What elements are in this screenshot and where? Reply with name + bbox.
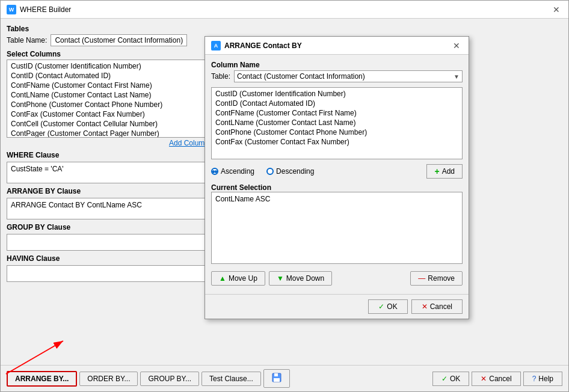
dialog-column-item[interactable]: ContPhone (Customer Contact Phone Number…: [214, 127, 460, 137]
dialog-column-item[interactable]: CustID (Customer Identification Number): [214, 89, 460, 99]
dialog-ok-label: OK: [387, 302, 397, 311]
cancel-x-icon: ✕: [481, 375, 487, 383]
where-clause-section: WHERE Clause CustState = 'CA': [7, 151, 211, 183]
current-selection-box[interactable]: ContLName ASC: [211, 192, 463, 264]
descending-radio[interactable]: [266, 168, 274, 175]
window-title: WHERE Builder: [20, 5, 71, 14]
columns-list[interactable]: CustID (Customer Identification Number)C…: [7, 60, 211, 138]
move-up-button[interactable]: ▲ Move Up: [211, 271, 265, 286]
dialog-ok-check-icon: ✓: [378, 302, 384, 311]
move-up-label: Move Up: [229, 274, 257, 283]
dialog-table-label: Table:: [211, 72, 230, 81]
order-by-button[interactable]: ORDER BY...: [79, 372, 138, 386]
test-clause-button[interactable]: Test Clause...: [201, 372, 261, 386]
descending-radio-label[interactable]: Descending: [266, 167, 314, 176]
current-selection-value: ContLName ASC: [215, 195, 458, 203]
remove-button[interactable]: — Remove: [410, 271, 463, 286]
having-clause-label: HAVING Clause: [7, 254, 211, 263]
dialog-footer: ✓ OK ✕ Cancel: [205, 294, 469, 319]
arrange-by-button[interactable]: ARRANGE BY...: [7, 371, 77, 387]
having-clause-box[interactable]: [7, 265, 211, 282]
select-columns-label: Select Columns: [7, 50, 211, 58]
arrange-by-section: ARRANGE BY Clause ARRANGE Contact BY Con…: [7, 187, 211, 219]
arrange-by-box[interactable]: ARRANGE Contact BY ContLName ASC: [7, 198, 211, 219]
move-down-button[interactable]: ▼ Move Down: [269, 271, 332, 286]
tables-label: Tables: [7, 25, 562, 33]
descending-label: Descending: [276, 167, 314, 176]
dialog-column-item[interactable]: ContFName (Customer Contact First Name): [214, 108, 460, 118]
dialog-icon: A: [211, 41, 221, 51]
where-clause-box[interactable]: CustState = 'CA': [7, 162, 211, 183]
remove-icon: —: [418, 274, 425, 283]
svg-rect-1: [274, 373, 278, 376]
group-by-label: GROUP BY Clause: [7, 223, 211, 231]
test-clause-label: Test Clause...: [209, 375, 253, 383]
select-columns-section: Select Columns CustID (Customer Identifi…: [7, 50, 211, 147]
main-titlebar: W WHERE Builder ✕: [1, 1, 568, 19]
column-item[interactable]: ContID (Contact Automated ID): [10, 71, 208, 81]
main-ok-label: OK: [450, 375, 460, 383]
ascending-radio-label[interactable]: Ascending: [211, 167, 254, 176]
main-cancel-label: Cancel: [489, 375, 511, 383]
dialog-column-item[interactable]: ContLName (Customer Contact Last Name): [214, 118, 460, 127]
column-item[interactable]: ContFName (Customer Contact First Name): [10, 81, 208, 90]
dialog-ok-button[interactable]: ✓ OK: [368, 299, 407, 314]
table-name-display: Contact (Customer Contact Information): [51, 34, 187, 46]
group-by-box[interactable]: [7, 234, 211, 251]
dialog-close-button[interactable]: ✕: [451, 40, 463, 52]
column-name-label: Column Name: [211, 61, 463, 69]
move-up-icon: ▲: [219, 274, 226, 283]
dialog-body: Column Name Table: Contact (Customer Con…: [205, 55, 469, 294]
main-help-label: Help: [538, 375, 553, 383]
column-item[interactable]: CustID (Customer Identification Number): [10, 61, 208, 71]
dialog-column-item[interactable]: ContID (Contact Automated ID): [214, 99, 460, 108]
dialog-cancel-label: Cancel: [430, 302, 452, 311]
where-clause-label: WHERE Clause: [7, 151, 211, 159]
save-button[interactable]: [263, 369, 290, 388]
add-plus-icon: +: [434, 167, 439, 176]
main-left-panel: Select Columns CustID (Customer Identifi…: [7, 50, 211, 359]
main-help-button[interactable]: ? Help: [523, 372, 562, 386]
column-name-section: Column Name Table: Contact (Customer Con…: [211, 61, 463, 82]
add-button[interactable]: + Add: [426, 164, 463, 179]
dialog-column-item[interactable]: ContFax (Customer Contact Fax Number): [214, 137, 460, 147]
group-by-section: GROUP BY Clause: [7, 223, 211, 251]
add-column-link[interactable]: Add Column: [7, 139, 211, 147]
dialog-title: ARRANGE Contact BY: [224, 41, 302, 50]
column-item[interactable]: ContFax (Customer Contact Fax Number): [10, 109, 208, 119]
current-selection-label: Current Selection: [211, 183, 463, 192]
table-name-label: Table Name:: [7, 36, 47, 44]
move-down-icon: ▼: [277, 274, 284, 283]
column-item[interactable]: ContPager (Customer Contact Pager Number…: [10, 129, 208, 138]
main-close-button[interactable]: ✕: [550, 4, 562, 16]
current-selection-section: Current Selection ContLName ASC: [211, 183, 463, 264]
dropdown-arrow-icon: ▼: [454, 73, 460, 80]
sort-order-row: Ascending Descending + Add: [211, 164, 463, 179]
window-icon: W: [7, 5, 16, 14]
dialog-title-left: A ARRANGE Contact BY: [211, 41, 302, 51]
table-select-row: Table: Contact (Customer Contact Informa…: [211, 70, 463, 82]
column-item[interactable]: ContPhone (Customer Contact Phone Number…: [10, 100, 208, 109]
ascending-radio[interactable]: [211, 168, 218, 175]
arrange-by-label: ARRANGE BY Clause: [7, 187, 211, 195]
main-cancel-button[interactable]: ✕ Cancel: [472, 372, 520, 386]
dialog-cancel-button[interactable]: ✕ Cancel: [411, 299, 463, 314]
remove-label: Remove: [428, 274, 455, 283]
dialog-action-row: ▲ Move Up ▼ Move Down — Remove: [211, 269, 463, 288]
column-item[interactable]: ContLName (Customer Contact Last Name): [10, 90, 208, 100]
ascending-label: Ascending: [221, 167, 254, 176]
dialog-table-name: Contact (Customer Contact Information): [237, 72, 365, 81]
title-left: W WHERE Builder: [7, 5, 71, 14]
group-by-button[interactable]: GROUP BY...: [140, 372, 199, 386]
dialog-table-dropdown[interactable]: Contact (Customer Contact Information) ▼: [234, 70, 463, 82]
help-icon: ?: [532, 375, 537, 383]
save-icon: [271, 372, 282, 383]
having-clause-section: HAVING Clause: [7, 254, 211, 282]
dialog-titlebar: A ARRANGE Contact BY ✕: [205, 37, 469, 55]
bottom-toolbar: ARRANGE BY... ORDER BY... GROUP BY... Te…: [1, 365, 568, 391]
dialog-column-list[interactable]: CustID (Customer Identification Number)C…: [211, 87, 463, 159]
column-item[interactable]: ContCell (Customer Contact Cellular Numb…: [10, 119, 208, 129]
main-ok-button[interactable]: ✓ OK: [432, 372, 469, 386]
dialog-cancel-x-icon: ✕: [422, 302, 428, 311]
ok-check-icon: ✓: [441, 375, 448, 383]
